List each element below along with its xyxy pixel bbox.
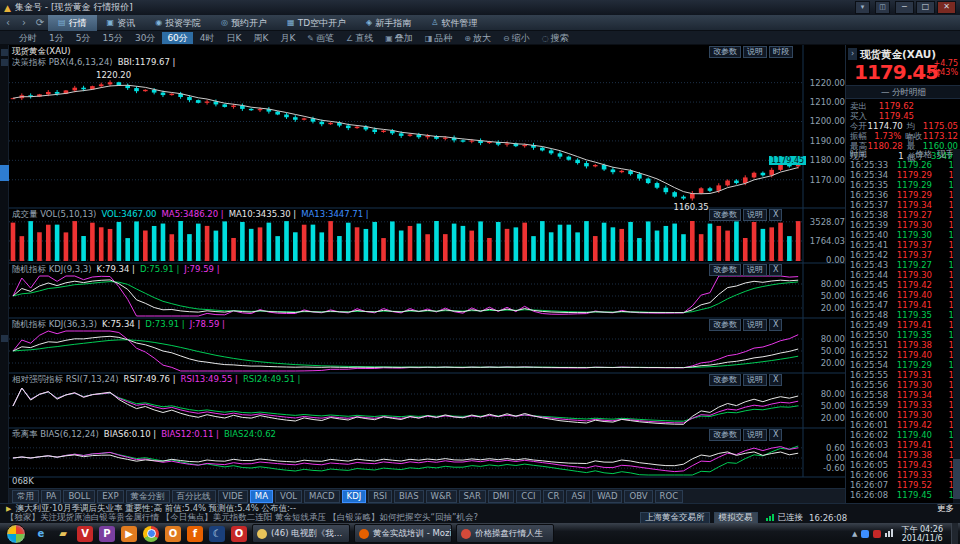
- show-desktop-button[interactable]: [951, 523, 958, 544]
- tick-scrollbar[interactable]: [953, 149, 960, 503]
- indicator-tab-黄金分割[interactable]: 黄金分割: [126, 490, 170, 503]
- indicator-tab-WAD[interactable]: WAD: [592, 490, 622, 503]
- maximize-button[interactable]: □: [916, 1, 935, 14]
- indicator-tab-MA[interactable]: MA: [250, 490, 273, 503]
- office-icon[interactable]: O: [165, 526, 181, 542]
- kdj1-button-说明[interactable]: 说明: [743, 264, 767, 276]
- folder-icon[interactable]: ▰: [55, 526, 71, 542]
- chrome-icon[interactable]: [143, 526, 159, 542]
- indicator-tab-CR[interactable]: CR: [543, 490, 565, 503]
- indicator-tab-常用[interactable]: 常用: [12, 490, 39, 503]
- start-button[interactable]: [6, 524, 26, 544]
- kdj2-button-说明[interactable]: 说明: [743, 319, 767, 331]
- kdj1-button-X[interactable]: X: [769, 264, 782, 276]
- nav-tab-资讯[interactable]: ▣资讯: [97, 15, 146, 31]
- sidebar-active-tab[interactable]: [0, 165, 9, 181]
- sidebar-icon[interactable]: [1, 49, 8, 56]
- rsi-button-说明[interactable]: 说明: [743, 374, 767, 386]
- chart-button-改参数[interactable]: 改参数: [709, 46, 741, 58]
- vol-button-改参数[interactable]: 改参数: [709, 209, 741, 221]
- rsi-button-X[interactable]: X: [769, 374, 782, 386]
- tray-app-icon[interactable]: [873, 530, 881, 538]
- nav-tab-投资学院[interactable]: ◉投资学院: [145, 15, 211, 31]
- indicator-tab-EXP[interactable]: EXP: [97, 490, 123, 503]
- taskbar-window-button[interactable]: (46) 电视剧《我…: [252, 524, 350, 543]
- nav-tab-预约开户[interactable]: ◎预约开户: [211, 15, 277, 31]
- indicator-tab-VOL[interactable]: VOL: [275, 490, 302, 503]
- indicator-tab-PA[interactable]: PA: [41, 490, 61, 503]
- panel-collapse-icon[interactable]: ›: [848, 48, 857, 60]
- tray-app-icon[interactable]: [861, 530, 869, 538]
- indicator-tab-DMI[interactable]: DMI: [488, 490, 514, 503]
- period-15分[interactable]: 15分: [97, 32, 127, 44]
- indicator-tab-ASI[interactable]: ASI: [566, 490, 590, 503]
- indicator-tab-VIDE[interactable]: VIDE: [218, 490, 248, 503]
- nav-tab-新手指南[interactable]: ◈新手指南: [356, 15, 421, 31]
- period-日K[interactable]: 日K: [222, 32, 247, 44]
- indicator-tab-百分比线[interactable]: 百分比线: [172, 490, 216, 503]
- period-品种[interactable]: ◨品种: [420, 32, 458, 44]
- kdj2-button-改参数[interactable]: 改参数: [709, 319, 741, 331]
- period-5分[interactable]: 5分: [71, 32, 96, 44]
- period-缩小[interactable]: ⊖缩小: [498, 32, 535, 44]
- period-放大[interactable]: ⊕放大: [459, 32, 496, 44]
- minimize-button[interactable]: ─: [895, 1, 914, 14]
- bias-button-说明[interactable]: 说明: [743, 429, 767, 441]
- nav-tab-TD空中开户[interactable]: ▦TD空中开户: [277, 15, 356, 31]
- period-搜索[interactable]: ◌搜索: [537, 32, 574, 44]
- indicator-tab-OBV[interactable]: OBV: [624, 490, 652, 503]
- vol-button-说明[interactable]: 说明: [743, 209, 767, 221]
- nav-tab-软件管理[interactable]: ♙软件管理: [421, 15, 487, 31]
- period-画笔[interactable]: ✎画笔: [302, 32, 339, 44]
- indicator-tab-RSI[interactable]: RSI: [368, 490, 392, 503]
- indicator-tab-ROC[interactable]: ROC: [655, 490, 684, 503]
- nav-tab-行情[interactable]: ▤行情: [48, 15, 97, 31]
- indicator-tab-SAR[interactable]: SAR: [459, 490, 486, 503]
- close-button[interactable]: ✕: [937, 1, 956, 14]
- bias-button-改参数[interactable]: 改参数: [709, 429, 741, 441]
- period-周K[interactable]: 周K: [248, 32, 273, 44]
- scrollbar-thumb[interactable]: [953, 459, 960, 499]
- moon-icon[interactable]: ☾: [209, 526, 225, 542]
- indicator-tab-W&R[interactable]: W&R: [426, 490, 457, 503]
- period-直线[interactable]: ∠直线: [341, 32, 378, 44]
- indicator-tab-CCI[interactable]: CCI: [516, 490, 540, 503]
- hidden-icons-icon[interactable]: ▲: [852, 530, 857, 538]
- indicator-tab-KDJ[interactable]: KDJ: [342, 490, 367, 503]
- rsi-button-改参数[interactable]: 改参数: [709, 374, 741, 386]
- chart-area[interactable]: 1220.001210.001200.001190.001180.001170.…: [9, 45, 845, 488]
- forward-icon[interactable]: ›: [16, 17, 32, 28]
- youku-icon[interactable]: V: [77, 526, 93, 542]
- tray-minimize-icon[interactable]: ▾: [855, 1, 870, 14]
- pptv-icon[interactable]: P: [99, 526, 115, 542]
- refresh-icon[interactable]: ⟳: [32, 17, 48, 28]
- taskbar-clock[interactable]: 下午 04:26 2014/11/6: [901, 525, 943, 543]
- kdj2-button-X[interactable]: X: [769, 319, 782, 331]
- indicator-tab-BIAS[interactable]: BIAS: [394, 490, 424, 503]
- period-1分[interactable]: 1分: [44, 32, 69, 44]
- vol-button-X[interactable]: X: [769, 209, 782, 221]
- chart-button-说明[interactable]: 说明: [743, 46, 767, 58]
- firefox-icon[interactable]: f: [187, 526, 203, 542]
- bias-button-X[interactable]: X: [769, 429, 782, 441]
- sidebar-icon[interactable]: [1, 335, 8, 342]
- network-icon[interactable]: [885, 529, 893, 539]
- chart-button-时段[interactable]: 时段: [769, 46, 793, 58]
- period-30分[interactable]: 30分: [130, 32, 160, 44]
- layout-icon[interactable]: ◫: [875, 1, 890, 14]
- kdj1-button-改参数[interactable]: 改参数: [709, 264, 741, 276]
- taskbar-window-button[interactable]: 价格操盘行情人生: [456, 524, 554, 543]
- sidebar-icon[interactable]: [1, 59, 8, 66]
- period-60分[interactable]: 60分: [162, 32, 192, 44]
- indicator-tab-MACD[interactable]: MACD: [304, 490, 339, 503]
- ie-icon[interactable]: e: [33, 526, 49, 542]
- period-叠加[interactable]: ▣叠加: [380, 32, 418, 44]
- period-4时[interactable]: 4时: [195, 32, 220, 44]
- back-icon[interactable]: ‹: [0, 17, 16, 28]
- opera-icon[interactable]: O: [231, 526, 247, 542]
- period-月K[interactable]: 月K: [275, 32, 300, 44]
- indicator-tab-BOLL[interactable]: BOLL: [63, 490, 95, 503]
- taskbar-window-button[interactable]: 黄金实战培训 - Mozill: [354, 524, 452, 543]
- period-分时[interactable]: 分时: [14, 32, 42, 44]
- player-icon[interactable]: ▶: [121, 526, 137, 542]
